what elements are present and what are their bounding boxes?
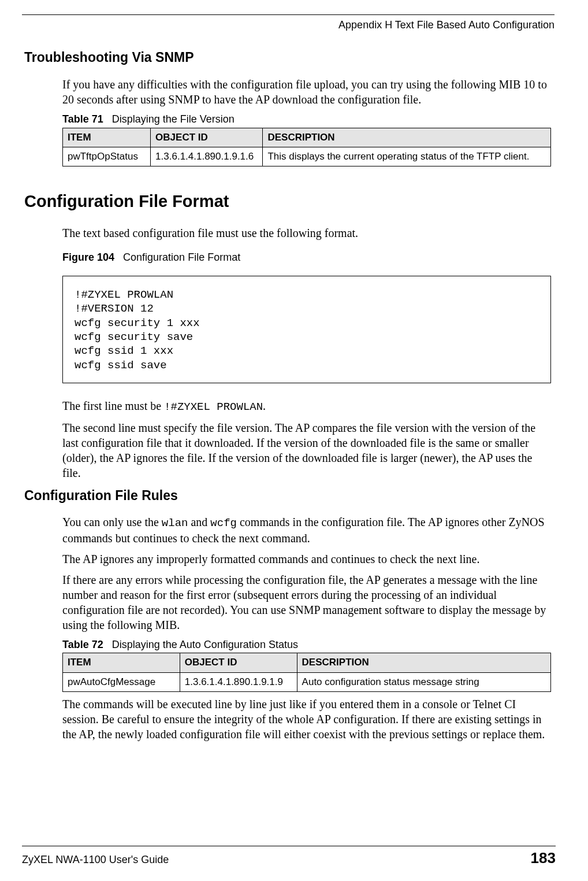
table72-label: Table 72: [62, 639, 103, 650]
header-appendix: Appendix H Text File Based Auto Configur…: [24, 18, 554, 32]
table72-cell-description: Auto configuration status message string: [297, 672, 550, 691]
troubleshooting-para: If you have any difficulties with the co…: [62, 77, 551, 107]
table72-header-description: DESCRIPTION: [297, 653, 550, 672]
table71-caption-text: Displaying the File Version: [112, 113, 235, 125]
rules-para1-b: and: [188, 516, 210, 528]
para2-post: .: [263, 399, 266, 412]
table-row: pwAutoCfgMessage 1.3.6.1.4.1.890.1.9.1.9…: [63, 672, 551, 691]
code-block: !#ZYXEL PROWLAN !#VERSION 12 wcfg securi…: [62, 276, 551, 383]
footer-guide: ZyXEL NWA-1100 User's Guide: [22, 853, 169, 867]
heading-troubleshooting: Troubleshooting Via SNMP: [24, 49, 554, 66]
table-header-row: ITEM OBJECT ID DESCRIPTION: [63, 128, 551, 147]
table-header-row: ITEM OBJECT ID DESCRIPTION: [63, 653, 551, 672]
rules-para1-a: You can only use the: [62, 516, 162, 528]
table72-header-item: ITEM: [63, 653, 180, 672]
config-rules-para1: You can only use the wlan and wcfg comma…: [62, 514, 551, 546]
table72-cell-objectid: 1.3.6.1.4.1.890.1.9.1.9: [180, 672, 297, 691]
table72-caption: Table 72 Displaying the Auto Configurati…: [62, 638, 551, 652]
config-format-para1: The text based configuration file must u…: [62, 225, 551, 240]
table71-header-objectid: OBJECT ID: [151, 128, 263, 147]
table72-header-objectid: OBJECT ID: [180, 653, 297, 672]
config-rules-para2: The AP ignores any improperly formatted …: [62, 551, 551, 567]
table71-header-item: ITEM: [63, 128, 151, 147]
page-footer: ZyXEL NWA-1100 User's Guide 183: [22, 846, 556, 868]
figure104-label: Figure 104: [62, 251, 114, 263]
table71-cell-objectid: 1.3.6.1.4.1.890.1.9.1.6: [151, 147, 263, 166]
table72-caption-text: Displaying the Auto Configuration Status: [112, 639, 298, 650]
table71-header-description: DESCRIPTION: [263, 128, 551, 147]
heading-config-rules: Configuration File Rules: [24, 487, 554, 505]
config-format-para2: The first line must be !#ZYXEL PROWLAN.: [62, 398, 551, 414]
table71-label: Table 71: [62, 113, 103, 125]
table71: ITEM OBJECT ID DESCRIPTION pwTftpOpStatu…: [62, 128, 551, 166]
config-format-para3: The second line must specify the file ve…: [62, 420, 551, 480]
config-rules-para3: If there are any errors while processing…: [62, 572, 551, 632]
table71-caption: Table 71 Displaying the File Version: [62, 113, 551, 126]
para2-code: !#ZYXEL PROWLAN: [164, 401, 263, 413]
after-table72-para: The commands will be executed line by li…: [62, 697, 551, 742]
footer-page-number: 183: [531, 849, 556, 868]
table71-cell-description: This displays the current operating stat…: [263, 147, 551, 166]
table-row: pwTftpOpStatus 1.3.6.1.4.1.890.1.9.1.6 T…: [63, 147, 551, 166]
table71-cell-item: pwTftpOpStatus: [63, 147, 151, 166]
figure104-caption: Figure 104 Configuration File Format: [62, 251, 551, 264]
table72: ITEM OBJECT ID DESCRIPTION pwAutoCfgMess…: [62, 653, 551, 691]
heading-config-format: Configuration File Format: [24, 191, 554, 213]
para2-pre: The first line must be: [62, 399, 164, 412]
figure104-caption-text: Configuration File Format: [123, 251, 240, 263]
table72-cell-item: pwAutoCfgMessage: [63, 672, 180, 691]
rules-code1: wlan: [162, 517, 188, 530]
rules-code2: wcfg: [210, 517, 237, 530]
